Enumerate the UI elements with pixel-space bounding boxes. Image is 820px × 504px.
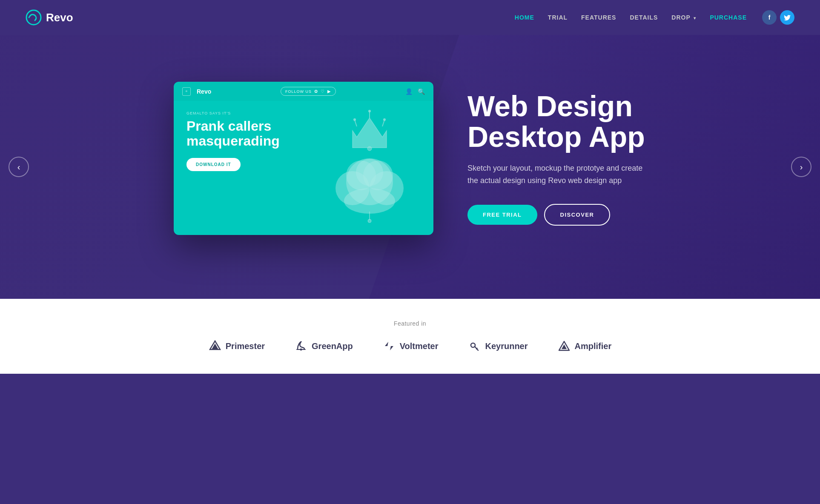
mockup-download-button[interactable]: DOWNLOAD IT	[186, 158, 241, 171]
hero-section: ‹ ≡ Revo FOLLOW US ✿ ♡ ▶ 👤	[0, 35, 820, 299]
voltmeter-label: Voltmeter	[400, 341, 439, 351]
hero-text-block: Web DesignDesktop App Sketch your layout…	[467, 91, 646, 225]
brand-primester: Primester	[209, 340, 265, 352]
mockup-content: GEMALTO SAYS IT'S Prank callers masquera…	[174, 101, 433, 181]
mockup-user-icon: 👤	[405, 88, 413, 95]
next-slide-button[interactable]: ›	[791, 157, 811, 177]
mockup-follow-button[interactable]: FOLLOW US ✿ ♡ ▶	[281, 87, 336, 96]
nav-link-home[interactable]: HOME	[515, 14, 534, 21]
mockup-social-icon2: ♡	[321, 89, 325, 94]
brands-row: Primester GreenApp Voltmeter	[34, 340, 786, 352]
featured-section: Featured in Primester GreenApp	[0, 299, 820, 374]
svg-point-6	[383, 118, 386, 121]
nav-item-features[interactable]: FEATURES	[581, 14, 616, 21]
primester-label: Primester	[226, 341, 265, 351]
discover-button[interactable]: DISCOVER	[544, 204, 611, 226]
mockup-preview: ≡ Revo FOLLOW US ✿ ♡ ▶ 👤 🔍 GEMALTO SAYS …	[174, 82, 433, 235]
svg-point-12	[356, 159, 383, 186]
nav-link-trial[interactable]: TRIAL	[548, 14, 568, 21]
logo-text: Revo	[46, 11, 73, 24]
nav-item-home[interactable]: HOME	[515, 14, 534, 21]
mockup-menu-icon: ≡	[182, 87, 191, 96]
nav-link-features[interactable]: FEATURES	[581, 14, 616, 21]
brand-voltmeter: Voltmeter	[383, 340, 439, 352]
mockup-card: ≡ Revo FOLLOW US ✿ ♡ ▶ 👤 🔍 GEMALTO SAYS …	[174, 82, 433, 235]
free-trial-button[interactable]: FREE TRIAL	[467, 205, 537, 225]
nav-link-purchase[interactable]: PURCHASE	[710, 14, 747, 21]
nav-link-drop[interactable]: DROP ▾	[671, 14, 696, 21]
nav-links: HOME TRIAL FEATURES DETAILS DROP ▾ PURCH…	[515, 14, 747, 21]
crown-cloud-svg	[318, 109, 421, 224]
svg-point-13	[344, 188, 395, 214]
keyrunner-icon	[468, 340, 481, 352]
twitter-button[interactable]	[780, 10, 794, 25]
nav-item-trial[interactable]: TRIAL	[548, 14, 568, 21]
nav-right: HOME TRIAL FEATURES DETAILS DROP ▾ PURCH…	[515, 10, 794, 25]
mockup-social-icon3: ▶	[327, 89, 331, 94]
logo[interactable]: Revo	[26, 9, 73, 26]
brand-amplifier: Amplifier	[558, 340, 612, 352]
hero-cta-buttons: FREE TRIAL DISCOVER	[467, 204, 646, 226]
primester-icon	[209, 340, 221, 352]
navbar: Revo HOME TRIAL FEATURES DETAILS DROP ▾	[0, 0, 820, 35]
mockup-action-icons: 👤 🔍	[405, 88, 425, 95]
social-icons: f	[762, 10, 794, 25]
featured-label: Featured in	[34, 320, 786, 327]
nav-item-details[interactable]: DETAILS	[630, 14, 658, 21]
amplifier-label: Amplifier	[575, 341, 612, 351]
amplifier-icon	[558, 340, 571, 352]
prev-slide-button[interactable]: ‹	[9, 157, 29, 177]
svg-line-5	[382, 120, 384, 126]
nav-item-purchase[interactable]: PURCHASE	[710, 14, 747, 21]
svg-point-14	[367, 146, 372, 151]
mockup-navbar: ≡ Revo FOLLOW US ✿ ♡ ▶ 👤 🔍	[174, 82, 433, 101]
hero-subtitle: Sketch your layout, mockup the prototye …	[467, 162, 646, 187]
facebook-button[interactable]: f	[762, 10, 777, 25]
twitter-icon	[784, 15, 791, 20]
nav-link-details[interactable]: DETAILS	[630, 14, 658, 21]
chevron-down-icon: ▾	[694, 16, 696, 20]
voltmeter-icon	[383, 340, 396, 352]
logo-icon	[26, 9, 42, 26]
greenapp-label: GreenApp	[312, 341, 353, 351]
svg-point-16	[368, 219, 371, 223]
brand-keyrunner: Keyrunner	[468, 340, 528, 352]
brand-greenapp: GreenApp	[295, 340, 353, 352]
mockup-social-icon1: ✿	[314, 89, 318, 94]
svg-point-2	[368, 110, 371, 112]
svg-point-4	[353, 118, 356, 121]
keyrunner-label: Keyrunner	[485, 341, 528, 351]
mockup-headline-text: Prank callers masquerading	[186, 119, 297, 149]
mockup-3d-illustration	[314, 105, 425, 229]
mockup-search-icon: 🔍	[418, 88, 425, 95]
mockup-logo-text: Revo	[197, 88, 211, 95]
nav-item-drop[interactable]: DROP ▾	[671, 14, 696, 21]
greenapp-icon	[295, 340, 307, 352]
hero-title: Web DesignDesktop App	[467, 91, 646, 152]
svg-line-3	[355, 120, 357, 126]
